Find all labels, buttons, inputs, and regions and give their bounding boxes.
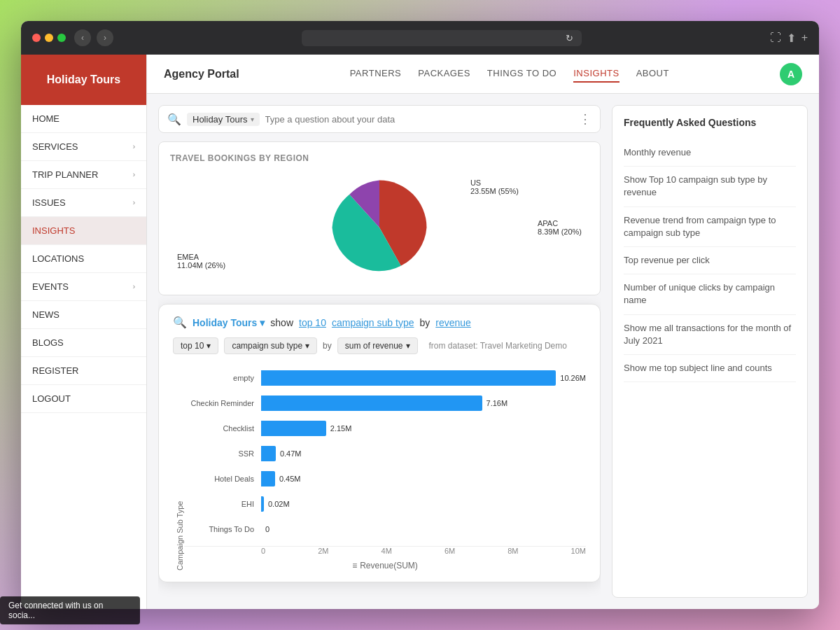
share-icon[interactable]: ⬆ (787, 31, 796, 45)
faq-item-1[interactable]: Show Top 10 campaign sub type by revenue (624, 167, 796, 206)
filter-bar: top 10 ▾ campaign sub type ▾ by sum of r… (173, 337, 586, 354)
faq-item-4[interactable]: Number of unique clicks by campaign name (624, 274, 796, 314)
browser-window: ‹ › ↻ ⛶ ⬆ + Holiday Tours HOME SERVICES … (21, 21, 819, 609)
bar-label-ssr: SSR (184, 449, 261, 458)
query-dropdown-icon: ▾ (260, 317, 265, 328)
browser-navigation: ‹ › (74, 29, 113, 46)
x-axis: 0 2M 4M 6M 8M 10M (184, 546, 586, 555)
bar-row-checklist: Checklist 2.15M (184, 416, 586, 441)
social-notification: Get connected with us on socia... (21, 596, 140, 609)
top10-filter-button[interactable]: top 10 ▾ (173, 337, 218, 354)
faq-item-6[interactable]: Show me top subject line and counts (624, 355, 796, 382)
faq-title: Frequently Asked Questions (624, 117, 796, 128)
sidebar-item-blogs[interactable]: BLOGS (21, 329, 146, 357)
left-panel: 🔍 Holiday Tours ▾ ⋮ TRAVEL BOOKINGS BY R… (158, 105, 601, 598)
browser-chrome: ‹ › ↻ ⛶ ⬆ + (21, 21, 819, 55)
sidebar-item-issues[interactable]: ISSUES › (21, 189, 146, 217)
revenue-icon: ≡ (352, 561, 357, 570)
bar-value-checkin: 7.16M (486, 399, 508, 407)
query-show-text: show (270, 317, 293, 328)
sidebar-item-register[interactable]: REGISTER (21, 357, 146, 385)
query-revenue-link[interactable]: revenue (435, 317, 471, 328)
sidebar-item-events[interactable]: EVENTS › (21, 273, 146, 301)
sidebar-item-logout[interactable]: LOGOUT (21, 385, 146, 413)
query-search-icon: 🔍 (173, 316, 187, 329)
bar-row-empty: empty 10.26M (184, 365, 586, 391)
new-tab-icon[interactable]: + (802, 31, 808, 45)
search-input[interactable] (265, 114, 573, 125)
bar-label-empty: empty (184, 374, 261, 382)
close-dot[interactable] (32, 34, 41, 42)
bar-chart-area: Campaign Sub Type empty 10.26M (173, 365, 586, 570)
minimize-dot[interactable] (45, 34, 53, 42)
bar-value-ssr: 0.47M (280, 449, 302, 458)
faq-item-0[interactable]: Monthly revenue (624, 139, 796, 167)
nav-insights[interactable]: INSIGHTS (573, 65, 619, 83)
pie-label-us: APAC 8.39M (20%) (538, 219, 582, 236)
bar-ssr (261, 446, 276, 461)
bar-value-empty: 10.26M (560, 374, 586, 382)
pie-chart-svg (327, 175, 432, 280)
sidebar-item-news[interactable]: NEWS (21, 301, 146, 329)
bar-value-things: 0 (265, 525, 270, 533)
pie-label-apac: US 23.55M (55%) (470, 178, 519, 195)
x-tick-0: 0 (261, 547, 265, 555)
bar-row-checkin: Checkin Reminder 7.16M (184, 391, 586, 416)
brand-name: Agency Portal (164, 68, 239, 80)
x-tick-10m: 10M (571, 547, 586, 555)
bar-checklist (261, 421, 326, 436)
campaign-filter-button[interactable]: campaign sub type ▾ (224, 337, 317, 354)
search-icon: 🔍 (167, 113, 181, 126)
nav-partners[interactable]: PARTNERS (350, 65, 402, 83)
nav-about[interactable]: ABOUT (636, 65, 669, 83)
nav-links: PARTNERS PACKAGES THINGS TO DO INSIGHTS … (350, 65, 669, 83)
query-by-text: by (419, 317, 430, 328)
browser-dots (32, 34, 66, 42)
dataset-label: from dataset: Travel Marketing Demo (429, 341, 567, 351)
x-axis-title: Revenue(SUM) (360, 561, 418, 570)
url-bar[interactable]: ↻ (302, 30, 582, 46)
bar-value-hotel: 0.45M (279, 475, 301, 483)
bar-label-checkin: Checkin Reminder (184, 399, 261, 407)
bar-value-ehi: 0.02M (268, 500, 290, 508)
nav-packages[interactable]: PACKAGES (418, 65, 470, 83)
bar-row-ehi: EHI 0.02M (184, 491, 586, 517)
sidebar-item-insights[interactable]: INSIGHTS (21, 217, 146, 245)
search-brand-dropdown[interactable]: Holiday Tours ▾ (187, 113, 260, 126)
pie-chart-title: TRAVEL BOOKINGS BY REGION (170, 153, 589, 163)
sidebar: Holiday Tours HOME SERVICES › TRIP PLANN… (21, 55, 147, 609)
bar-row-things: Things To Do 0 (184, 517, 586, 542)
x-tick-8m: 8M (507, 547, 518, 555)
query-header: 🔍 Holiday Tours ▾ show top 10 campaign s… (173, 316, 586, 329)
back-button[interactable]: ‹ (74, 29, 91, 46)
dropdown-icon: ▾ (251, 115, 254, 123)
sidebar-item-locations[interactable]: LOCATIONS (21, 245, 146, 273)
forward-button[interactable]: › (97, 29, 113, 46)
query-top10-link[interactable]: top 10 (299, 317, 326, 328)
revenue-dropdown-icon: ▾ (406, 341, 410, 351)
sidebar-item-home[interactable]: HOME (21, 105, 146, 133)
pie-label-emea: EMEA 11.04M (26%) (177, 253, 225, 270)
bar-label-checklist: Checklist (184, 424, 261, 433)
chevron-right-icon: › (133, 199, 135, 206)
nav-things-to-do[interactable]: THINGS TO DO (487, 65, 556, 83)
top-nav: Agency Portal PARTNERS PACKAGES THINGS T… (147, 55, 819, 94)
search-options-button[interactable]: ⋮ (579, 111, 592, 127)
revenue-filter-button[interactable]: sum of revenue ▾ (337, 337, 418, 354)
x-tick-6m: 6M (444, 547, 455, 555)
reload-icon[interactable]: ↻ (566, 33, 573, 43)
maximize-dot[interactable] (57, 34, 66, 42)
faq-item-3[interactable]: Top revenue per click (624, 247, 796, 274)
fullscreen-icon[interactable]: ⛶ (770, 31, 781, 45)
query-campaign-link[interactable]: campaign sub type (332, 317, 414, 328)
sidebar-item-services[interactable]: SERVICES › (21, 133, 146, 161)
chevron-right-icon: › (133, 283, 135, 290)
bar-chart-panel: 🔍 Holiday Tours ▾ show top 10 campaign s… (158, 304, 601, 582)
bar-hotel (261, 471, 275, 486)
query-brand-dropdown[interactable]: Holiday Tours ▾ (192, 317, 265, 328)
bar-empty (261, 370, 556, 386)
bar-label-things: Things To Do (184, 525, 261, 533)
faq-item-5[interactable]: Show me all transactions for the month o… (624, 315, 796, 355)
faq-item-2[interactable]: Revenue trend from campaign type to camp… (624, 207, 796, 247)
sidebar-item-trip-planner[interactable]: TRIP PLANNER › (21, 161, 146, 189)
